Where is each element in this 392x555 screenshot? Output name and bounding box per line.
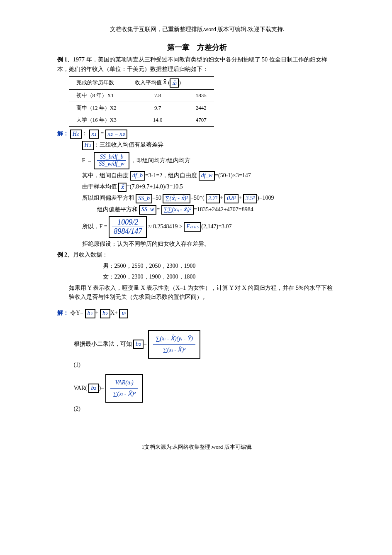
cell: 14.0 [127,114,188,127]
data-table: 完成的学历年数 收入平均值 X̄ (x̄ᵢ) 初中（8 年）X1 7.8 183… [69,76,214,127]
table-header-empty [188,76,214,89]
ui-box: uᵢ [119,309,128,318]
h1-text: ：三组收入均值有显著差异 [94,142,163,148]
cell: 大学（16 年）X3 [69,114,127,127]
plus1: + [220,195,223,201]
f-crit: (2,147)=3.07 [201,223,231,230]
var-line: VAR( b₂)= VAR(uᵢ) ∑(xᵢ - X̄)² [74,374,337,403]
var-close-eq: )= [99,385,104,391]
f-result-line: 所以，F = 1009/2 8984/147 ≈ 8.2548419 > F₀.… [82,216,337,238]
ssb-eq50: =50 [152,195,161,201]
b2-box: b₂ [100,309,110,318]
ssw-text-a: 组内偏差平方和 [97,206,138,213]
mean-text-a: 由于样本均值 [82,183,117,190]
xbar-box: x̄ [118,183,127,192]
solution-2-line1: 解： 令Y= b₁+ b₂X+ uᵢ [57,308,337,318]
f-num: SS_b/df_b [97,154,126,161]
example-2-label: 例 2、 [57,252,73,258]
table-row: 大学（16 年）X3 14.0 4707 [69,114,214,127]
example-1-label: 例 1、 [57,56,73,63]
table-header-mean: 收入平均值 X̄ (x̄ᵢ) [127,76,188,89]
example-1-prompt: 例 1、1977 年，美国的某项调查从三种受过不同教育类型的妇女中各分别抽取了 … [57,55,337,74]
sq1-box: 2.7² [206,194,220,203]
ssw-eq: = [156,206,160,213]
footer-note: 1文档来源为:从网络收集整理.word 版本可编辑. [57,443,337,452]
mean-label-prefix: 收入平均值 X̄ ( [135,79,170,86]
cell: 高中（12 年）X2 [69,102,127,114]
ssb-text-a: 所以组间偏差平方和 [82,195,134,201]
b2-box-2: b₂ [133,340,144,349]
var-open: VAR( [74,385,87,391]
sq2-box: 0.8² [224,194,239,203]
colon: ： [82,130,88,137]
plus-1: + [95,310,99,316]
cell: 2442 [188,102,214,114]
ols-formula-box: ∑(xᵢ - X̄)(yᵢ - Ȳ) ∑(xᵢ - X̄)² [148,330,200,359]
header-note: 文档收集于互联网，已重新整理排版.word 版本可编辑.欢迎下载支持. [57,25,337,34]
f-ratio-box: SS_b/df_b SS_w/df_w [94,152,129,170]
conclusion-line: 拒绝原假设；认为不同学历的妇女收入存在差异。 [82,240,337,249]
example-1-text: 1977 年，美国的某项调查从三种受过不同教育类型的妇女中各分别抽取了 50 位… [57,56,327,72]
ols-text: 根据最小二乘法，可知 [74,341,132,347]
table-row: 高中（12 年）X2 9.7 2442 [69,102,214,114]
ols-line: 根据最小二乘法，可知 b₂= ∑(xᵢ - X̄)(yᵢ - Ȳ) ∑(xᵢ -… [74,330,337,359]
ols-eq: = [144,341,147,347]
sq3-box: 3.5² [243,194,257,203]
mark-2: (2) [74,404,337,413]
x-plus: X+ [110,310,118,316]
f-den: SS_w/df_w [97,161,126,168]
f-equals: F ＝ [82,157,94,163]
b1-box: b₁ [85,309,95,318]
var-den: ∑(xᵢ - X̄)² [110,389,138,399]
table-header-years: 完成的学历年数 [69,76,127,89]
var-num: VAR(uᵢ) [110,377,138,389]
double-sum-box: ∑∑(xᵢⱼ - x̄ⱼ)² [161,205,194,215]
cell: 1835 [188,89,214,102]
h1-box: H₁ [82,141,94,150]
sum-sq-box: ∑(x̄ⱼ - x̄)² [163,194,190,203]
table-row: 初中（8 年）X1 7.8 1835 [69,89,214,102]
f-result-a: 所以，F = [82,223,107,230]
cell: 初中（8 年）X1 [69,89,127,102]
h1-line: H₁：三组收入均值有显著差异 [82,140,337,150]
x1-box: x₁ [89,130,99,139]
ssb-text-c: =50*( [190,195,205,201]
equals: = [100,130,105,137]
female-data: 女：2200，2300，1900，2000，1800 [103,272,337,281]
dfw-box: df_w [199,171,215,181]
ols-den: ∑(xᵢ - X̄)² [153,345,195,355]
var-formula-box: VAR(uᵢ) ∑(xᵢ - X̄)² [105,374,143,403]
df-text-c: =(50-1)×3=147 [215,172,251,178]
ssb-line: 所以组间偏差平方和 SS_b=50 ∑(x̄ⱼ - x̄)²=50*( 2.7²… [82,193,337,203]
h0-box: H₀ [70,130,82,139]
fval-den: 8984/147 [112,227,144,236]
ssw-line: 组内偏差平方和 SS_w= ∑∑(xᵢⱼ - x̄ⱼ)²=1835+2442+4… [97,205,337,215]
ssb-box: SS_b [136,194,152,203]
f-formula-line: F ＝ SS_b/df_b SS_w/df_w ，即组间均方/组内均方 [82,152,337,170]
f005-box: F₀.₀₅ [184,222,201,232]
dfb-box: df_b [130,171,145,181]
df-text-b: =3-1=2，组内自由度 [145,172,197,178]
plus2: + [239,195,242,201]
example-2-title: 月收入数据： [73,252,108,258]
f-value-box: 1009/2 8984/147 [109,216,147,238]
mean-label-suffix: ) [179,79,180,86]
sample-mean-line: 由于样本均值 x̄=(7.8+9.7+14.0)/3=10.5 [82,182,337,192]
df-line: 其中，组间自由度 df_b=3-1=2，组内自由度 df_w=(50-1)×3=… [82,171,337,181]
ssw-box: SS_w [139,205,156,215]
solution-2-label: 解： [57,310,69,316]
b2-box-3: b₂ [88,384,99,393]
df-text-a: 其中，组间自由度 [82,172,129,178]
male-data: 男：2500，2550，2050，2300，1900 [103,262,337,271]
f-approx: ≈ 8.2548419 > [149,223,184,230]
ssw-result: =1835+2442+4707=8984 [194,206,253,213]
let-y: 令Y= [70,310,83,316]
example-2-header: 例 2、月收入数据： [57,250,337,259]
page: 文档收集于互联网，已重新整理排版.word 版本可编辑.欢迎下载支持. 第一章 … [28,0,364,472]
solution-label: 解： [57,130,69,137]
ssb-result: )=1009 [257,195,274,201]
mark-1: (1) [74,360,337,369]
xi-bar-symbol: x̄ᵢ [170,78,179,88]
example-2-desc: 如果用 Y 表示收入，哑变量 X 表示性别（X=1 为女性），计算 Y 对 X … [69,284,337,302]
cell: 9.7 [127,102,188,114]
